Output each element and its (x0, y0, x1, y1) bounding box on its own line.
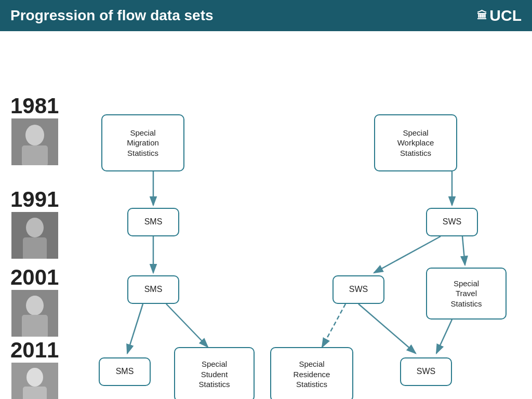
special-residence-statistics: SpecialResidenceStatistics (270, 347, 353, 399)
special-migration-statistics: SpecialMigrationStatistics (101, 114, 184, 171)
year-2011: 2011 (10, 338, 59, 363)
main-content: 1981 1991 2001 2011 (0, 31, 532, 399)
header: Progression of flow data sets 🏛 UCL (0, 0, 532, 31)
year-1991: 1991 (10, 187, 59, 212)
svg-point-5 (26, 218, 44, 237)
person-2001 (11, 290, 58, 337)
svg-rect-6 (23, 237, 47, 259)
sws-1991: SWS (426, 208, 478, 236)
sms-2011: SMS (99, 357, 151, 386)
page-title: Progression of flow data sets (10, 7, 214, 24)
special-workplace-statistics: SpecialWorkplaceStatistics (374, 114, 457, 171)
svg-line-22 (358, 304, 416, 353)
sms-1991: SMS (127, 208, 179, 236)
svg-rect-9 (22, 315, 48, 337)
special-travel-statistics: SpecialTravelStatistics (426, 268, 507, 320)
svg-point-8 (26, 296, 44, 315)
person-1991 (11, 212, 58, 259)
svg-line-21 (462, 236, 465, 265)
svg-point-11 (26, 368, 43, 387)
svg-line-23 (436, 320, 452, 353)
person-1981 (11, 118, 58, 165)
svg-line-18 (166, 304, 208, 347)
sms-2001: SMS (127, 275, 179, 304)
sws-2001: SWS (332, 275, 384, 304)
special-student-statistics: SpecialStudentStatistics (174, 347, 255, 399)
year-1981: 1981 (10, 94, 59, 118)
ucl-logo: 🏛 UCL (477, 7, 522, 24)
svg-rect-12 (23, 387, 47, 399)
svg-rect-2 (22, 145, 48, 165)
svg-point-1 (25, 125, 44, 145)
svg-line-17 (127, 304, 143, 353)
svg-line-24 (322, 304, 345, 347)
sws-2011: SWS (400, 357, 452, 386)
person-2011 (11, 363, 58, 399)
year-2001: 2001 (10, 265, 59, 290)
